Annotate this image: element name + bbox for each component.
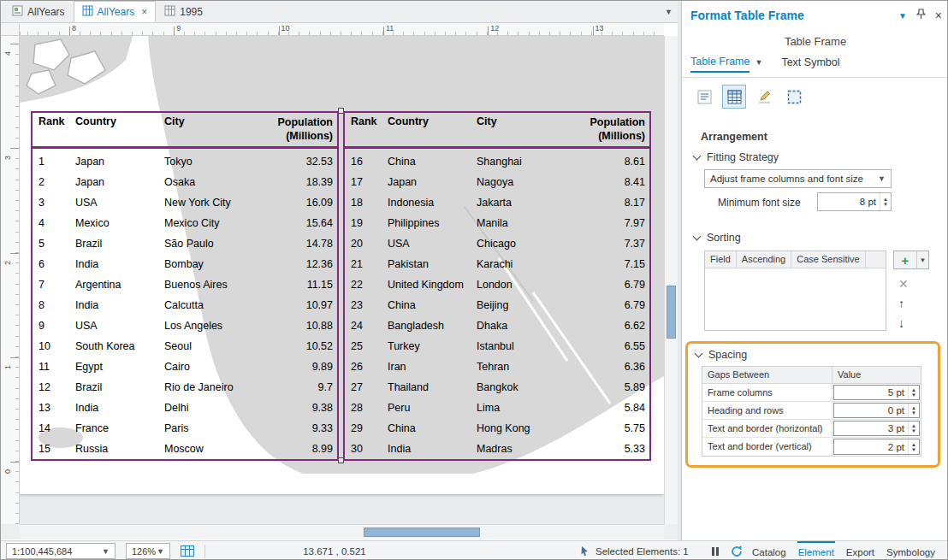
tab-allyears-active[interactable]: AllYears × bbox=[74, 1, 157, 22]
spacing-table: Gaps Between Value Frame columns 5 pt▲▼ … bbox=[702, 366, 921, 457]
table-cell: Cairo bbox=[164, 361, 260, 373]
pencil-icon[interactable] bbox=[752, 85, 776, 109]
column-header: City bbox=[164, 115, 260, 146]
selection-handle[interactable] bbox=[338, 108, 344, 114]
sorting-list-body[interactable] bbox=[705, 268, 886, 330]
table-cell: 6.62 bbox=[572, 320, 649, 332]
ruler-number: 13 bbox=[595, 24, 604, 32]
table-cell: São Paulo bbox=[164, 238, 260, 250]
fitting-strategy-section[interactable]: Fitting Strategy bbox=[694, 151, 779, 163]
table-frame-right[interactable]: Rank Country City Population (Millions) … bbox=[343, 111, 651, 461]
table-cell: Los Angeles bbox=[164, 320, 260, 332]
layout-canvas[interactable]: Rank Country City Population (Millions) … bbox=[20, 36, 664, 524]
format-table-frame-panel: Format Table Frame ▼ × Table Frame Table… bbox=[681, 1, 948, 540]
tab-list-chevron-icon[interactable]: ▼ bbox=[665, 8, 672, 16]
table-cell: 6.79 bbox=[572, 279, 649, 291]
remove-sort-field-icon[interactable]: ✕ bbox=[898, 278, 909, 290]
table-cell: Brazil bbox=[75, 238, 164, 250]
chevron-down-icon[interactable]: ▼ bbox=[755, 58, 762, 70]
tab-symbology[interactable]: Symbology bbox=[886, 541, 936, 560]
scrollbar-spacer bbox=[1, 524, 20, 539]
table-cell: 17 bbox=[345, 176, 388, 188]
table-frame-left[interactable]: Rank Country City Population (Millions) … bbox=[31, 111, 339, 461]
table-row: 8IndiaCalcutta10.97 bbox=[33, 295, 337, 315]
table-cell: Argentina bbox=[75, 279, 164, 291]
refresh-icon[interactable] bbox=[730, 545, 744, 558]
pane-footer-tabs: Catalog Element Export Symbology bbox=[751, 541, 936, 560]
table-cell: Karachi bbox=[477, 258, 572, 270]
table-grid-icon[interactable] bbox=[722, 85, 746, 109]
text-border-vertical-spinner[interactable]: 2 pt▲▼ bbox=[833, 439, 920, 455]
table-cell: Rio de Janeiro bbox=[164, 381, 260, 393]
minimum-font-size-spinner[interactable]: 8 pt ▲▼ bbox=[817, 192, 892, 211]
table-cell: Seoul bbox=[164, 340, 260, 352]
panel-subtitle: Table Frame bbox=[682, 35, 948, 48]
spinner-value: 3 pt bbox=[834, 423, 908, 433]
add-sort-field-button[interactable]: + ▼ bbox=[893, 251, 929, 269]
tab-table-frame[interactable]: Table Frame bbox=[690, 56, 750, 73]
panel-icon-tabs bbox=[692, 85, 806, 109]
table-cell: India bbox=[75, 402, 164, 414]
panel-menu-chevron-icon[interactable]: ▼ bbox=[898, 11, 907, 21]
tab-allyears-layout[interactable]: AllYears bbox=[3, 1, 74, 22]
table-row: 6IndiaBombay12.36 bbox=[33, 254, 337, 274]
scale-value: 1:100,445,684 bbox=[12, 546, 72, 557]
tab-label: AllYears bbox=[98, 6, 135, 18]
text-border-horizontal-spinner[interactable]: 3 pt▲▼ bbox=[833, 421, 920, 436]
vertical-scrollbar[interactable] bbox=[664, 36, 678, 524]
spacing-row-text-border-horizontal: Text and border (horizontal) 3 pt▲▼ bbox=[702, 420, 921, 438]
spinner-arrows[interactable]: ▲▼ bbox=[908, 439, 919, 454]
tab-export[interactable]: Export bbox=[845, 541, 875, 560]
scrollbar-thumb[interactable] bbox=[364, 528, 480, 537]
move-down-icon[interactable]: ↓ bbox=[898, 317, 904, 329]
table-cell: 13 bbox=[33, 402, 75, 414]
table-header-row: Rank Country City Population (Millions) bbox=[33, 113, 337, 149]
spinner-arrows[interactable]: ▲▼ bbox=[908, 404, 919, 417]
tab-text-symbol[interactable]: Text Symbol bbox=[781, 56, 839, 72]
zoom-level-combobox[interactable]: 126% ▼ bbox=[126, 543, 170, 559]
sorting-list[interactable]: Field Ascending Case Sensitive bbox=[704, 251, 886, 331]
selection-handle[interactable] bbox=[338, 457, 344, 463]
frame-border-icon[interactable] bbox=[782, 85, 806, 109]
horizontal-scrollbar[interactable] bbox=[20, 524, 664, 539]
map-scale-combobox[interactable]: 1:100,445,684 ▼ bbox=[6, 543, 116, 559]
table-row: 18IndonesiaJakarta8.17 bbox=[345, 192, 649, 213]
spinner-arrows[interactable]: ▲▼ bbox=[880, 193, 891, 210]
spinner-arrows[interactable]: ▲▼ bbox=[908, 421, 919, 435]
row-label: Text and border (vertical) bbox=[702, 438, 832, 456]
fitting-strategy-dropdown[interactable]: Adjust frame columns and font size ▼ bbox=[704, 169, 892, 188]
table-cell: 11 bbox=[33, 361, 75, 373]
tab-catalog[interactable]: Catalog bbox=[751, 541, 787, 560]
pin-icon[interactable] bbox=[916, 9, 926, 22]
table-cell: Bombay bbox=[164, 258, 260, 270]
layout-grid-icon[interactable] bbox=[181, 545, 194, 557]
tab-1995[interactable]: 1995 bbox=[156, 1, 211, 22]
sorting-section[interactable]: Sorting bbox=[694, 232, 741, 244]
close-panel-icon[interactable]: × bbox=[935, 9, 942, 21]
spacing-section[interactable]: Spacing bbox=[696, 349, 747, 361]
table-row: 5BrazilSão Paulo14.78 bbox=[33, 233, 337, 254]
table-row: 13IndiaDelhi9.38 bbox=[33, 398, 337, 418]
ruler-number: 4 bbox=[3, 51, 12, 56]
move-up-icon[interactable]: ↑ bbox=[898, 298, 904, 309]
pause-drawing-button[interactable] bbox=[712, 547, 719, 556]
frame-columns-spinner[interactable]: 5 pt▲▼ bbox=[833, 385, 920, 400]
chevron-down-icon[interactable]: ▼ bbox=[917, 256, 928, 264]
tab-element[interactable]: Element bbox=[797, 541, 835, 560]
vertical-ruler: 43210 bbox=[1, 36, 20, 524]
close-tab-icon[interactable]: × bbox=[141, 6, 147, 18]
scrollbar-thumb[interactable] bbox=[667, 286, 676, 339]
spacing-row-text-border-vertical: Text and border (vertical) 2 pt▲▼ bbox=[702, 438, 921, 456]
table-cell: 7.97 bbox=[572, 217, 649, 229]
text-options-icon[interactable] bbox=[692, 85, 716, 109]
spinner-arrows[interactable]: ▲▼ bbox=[908, 386, 919, 399]
table-cell: Japan bbox=[75, 176, 164, 188]
spinner-value: 2 pt bbox=[834, 442, 908, 452]
column-header: Rank bbox=[345, 115, 388, 146]
heading-rows-spinner[interactable]: 0 pt▲▼ bbox=[833, 403, 920, 418]
table-row: 28PeruLima5.84 bbox=[345, 398, 649, 418]
pointer-icon bbox=[579, 545, 590, 558]
table-cell: 8 bbox=[33, 299, 75, 311]
selected-elements-status: Selected Elements: 1 bbox=[579, 541, 689, 560]
table-cell: 26 bbox=[345, 361, 388, 373]
